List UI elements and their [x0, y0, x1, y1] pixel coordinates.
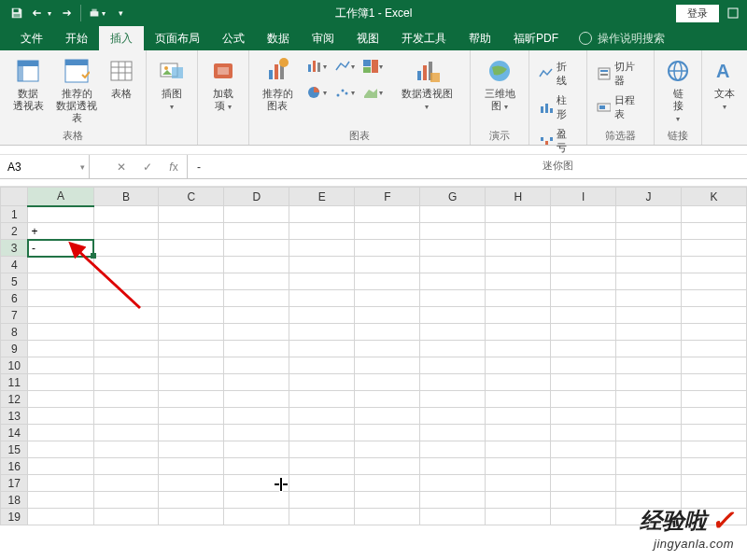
cell[interactable] [289, 290, 355, 307]
cell[interactable] [420, 223, 486, 240]
column-header[interactable]: J [616, 188, 682, 206]
cell[interactable] [224, 206, 289, 223]
cell[interactable] [289, 341, 355, 357]
ribbon-display-icon[interactable] [725, 5, 741, 21]
cell[interactable] [355, 206, 420, 223]
enter-icon[interactable]: ✓ [134, 161, 161, 174]
undo-icon[interactable]: ▾ [30, 3, 52, 23]
cell[interactable] [486, 240, 551, 257]
cell[interactable] [224, 257, 289, 273]
cell[interactable] [420, 290, 486, 307]
cell[interactable] [616, 408, 682, 425]
cell[interactable] [551, 475, 616, 492]
tab-formulas[interactable]: 公式 [211, 26, 256, 50]
cell[interactable] [28, 307, 93, 324]
cell[interactable] [551, 425, 616, 441]
cell[interactable] [551, 391, 616, 408]
row-header[interactable]: 9 [1, 341, 28, 357]
cell[interactable] [420, 357, 486, 374]
cell[interactable] [93, 307, 159, 324]
cell[interactable] [551, 458, 616, 475]
cell[interactable] [486, 273, 551, 290]
column-header[interactable]: B [93, 188, 159, 206]
cell[interactable] [28, 374, 93, 391]
cell[interactable] [159, 475, 224, 492]
cell[interactable] [159, 206, 224, 223]
cell[interactable] [420, 307, 486, 324]
cell[interactable] [224, 425, 289, 441]
cell[interactable] [289, 475, 355, 492]
cell[interactable] [616, 425, 682, 441]
cell[interactable] [681, 240, 746, 257]
cell[interactable] [224, 240, 289, 257]
slicer-button[interactable]: 切片器 [593, 58, 648, 90]
cell[interactable] [28, 391, 93, 408]
cell[interactable] [224, 341, 289, 357]
cell[interactable] [28, 206, 93, 223]
row-header[interactable]: 1 [1, 206, 28, 223]
cell[interactable] [93, 223, 159, 240]
cell[interactable] [289, 391, 355, 408]
cell[interactable] [681, 425, 746, 441]
row-header[interactable]: 5 [1, 273, 28, 290]
cell[interactable] [93, 240, 159, 257]
column-header[interactable]: K [681, 188, 746, 206]
cell[interactable] [616, 307, 682, 324]
cell[interactable] [159, 408, 224, 425]
cell[interactable] [93, 341, 159, 357]
cell[interactable] [289, 273, 355, 290]
recommended-charts-button[interactable]: 推荐的 图表 [255, 54, 300, 112]
cell[interactable] [289, 492, 355, 509]
cell[interactable] [289, 307, 355, 324]
row-header[interactable]: 12 [1, 391, 28, 408]
cell[interactable]: - [28, 240, 93, 257]
cell[interactable] [355, 391, 420, 408]
cell[interactable] [486, 290, 551, 307]
cell[interactable] [224, 408, 289, 425]
cell[interactable] [420, 509, 486, 525]
cell[interactable] [289, 441, 355, 458]
cell[interactable] [159, 290, 224, 307]
cell[interactable] [355, 357, 420, 374]
row-header[interactable]: 16 [1, 458, 28, 475]
column-header[interactable]: I [551, 188, 616, 206]
fill-handle[interactable] [91, 253, 96, 259]
cell[interactable] [224, 441, 289, 458]
line-chart-icon[interactable]: ▾ [331, 54, 358, 78]
cell[interactable] [93, 425, 159, 441]
cell[interactable] [93, 357, 159, 374]
tab-home[interactable]: 开始 [54, 26, 99, 50]
tab-data[interactable]: 数据 [256, 26, 301, 50]
cell[interactable] [355, 290, 420, 307]
cell[interactable] [355, 223, 420, 240]
cell[interactable] [616, 324, 682, 341]
row-header[interactable]: 2 [1, 223, 28, 240]
tab-foxitpdf[interactable]: 福昕PDF [502, 26, 570, 50]
cell[interactable] [420, 492, 486, 509]
cell[interactable] [486, 357, 551, 374]
pie-chart-icon[interactable]: ▾ [303, 80, 330, 105]
cell[interactable] [224, 324, 289, 341]
column-header[interactable]: H [486, 188, 551, 206]
cell[interactable] [224, 273, 289, 290]
cell[interactable] [420, 441, 486, 458]
cell[interactable] [355, 408, 420, 425]
cell[interactable] [551, 290, 616, 307]
cell[interactable] [93, 475, 159, 492]
cell[interactable] [681, 290, 746, 307]
tab-view[interactable]: 视图 [345, 26, 390, 50]
redo-icon[interactable] [54, 3, 77, 23]
cell[interactable] [486, 475, 551, 492]
cell[interactable] [28, 257, 93, 273]
cell[interactable] [159, 425, 224, 441]
cell[interactable] [28, 408, 93, 425]
row-header[interactable]: 19 [1, 509, 28, 525]
cell[interactable] [681, 307, 746, 324]
cell[interactable] [224, 492, 289, 509]
cell[interactable] [289, 206, 355, 223]
cell[interactable] [93, 509, 159, 525]
cell[interactable] [159, 391, 224, 408]
table-button[interactable]: 表格 [103, 54, 140, 100]
cell[interactable] [486, 307, 551, 324]
row-header[interactable]: 17 [1, 475, 28, 492]
